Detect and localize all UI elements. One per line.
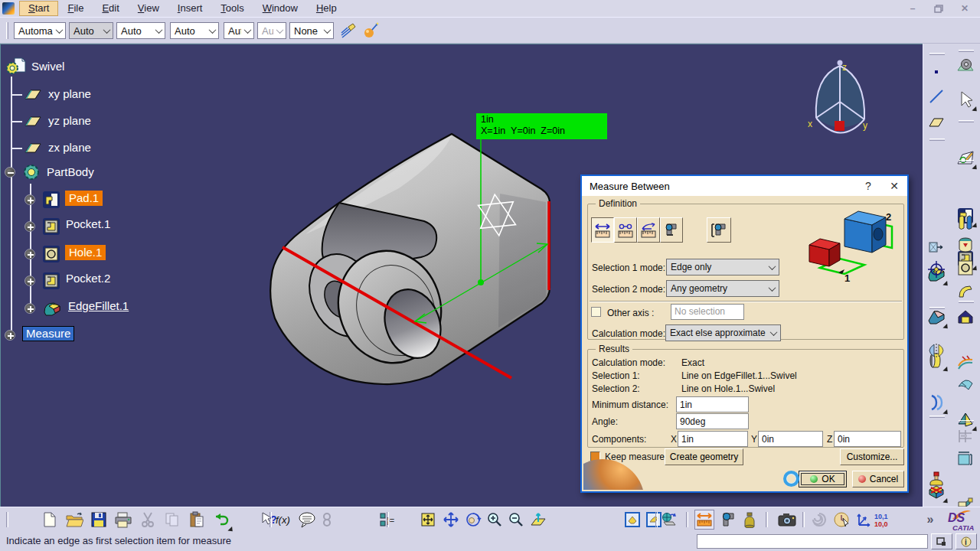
- link-icon[interactable]: [317, 510, 337, 530]
- filter-dropdown-5[interactable]: Aut: [224, 22, 254, 39]
- measure-inertia-icon[interactable]: [740, 510, 760, 530]
- boolean-icon[interactable]: [956, 307, 975, 327]
- tree-item-edgefillet1[interactable]: EdgeFillet.1: [68, 299, 129, 312]
- menu-window[interactable]: Window: [253, 1, 307, 16]
- formula-icon[interactable]: f(x): [274, 510, 294, 530]
- dimension-grid-icon[interactable]: [956, 426, 975, 446]
- expand-icon[interactable]: [24, 249, 35, 259]
- other-axis-field[interactable]: No selection: [671, 304, 744, 320]
- tree-item-pocket1[interactable]: Pocket.1: [66, 217, 110, 230]
- hide-show-icon[interactable]: [622, 510, 642, 530]
- tree-item-pocket2[interactable]: Pocket.2: [66, 272, 110, 285]
- expand-icon[interactable]: [5, 330, 15, 341]
- scaling-icon[interactable]: [926, 236, 946, 256]
- line-icon[interactable]: [926, 86, 946, 106]
- point-icon[interactable]: [926, 62, 946, 82]
- partbody-icon[interactable]: [21, 162, 41, 182]
- copy-icon[interactable]: [162, 510, 182, 530]
- selection2-mode-dropdown[interactable]: Any geometry: [666, 280, 779, 297]
- ok-button[interactable]: OK: [799, 471, 847, 487]
- measure-item-icon[interactable]: [718, 510, 738, 530]
- minimize-icon[interactable]: –: [902, 2, 923, 15]
- measure-between-chain-button[interactable]: [614, 217, 637, 243]
- graphic-properties-brush-icon[interactable]: [338, 21, 358, 41]
- multi-pad-icon[interactable]: [956, 212, 975, 232]
- menu-start[interactable]: Start: [19, 1, 58, 16]
- pan-icon[interactable]: [441, 510, 461, 530]
- swivel-part-icon[interactable]: [5, 56, 27, 77]
- save-icon[interactable]: [89, 510, 109, 530]
- dialog-titlebar[interactable]: Measure Between ? ✕: [582, 176, 907, 196]
- units-icon[interactable]: 10,110,0: [873, 510, 893, 530]
- plane-icon[interactable]: [23, 139, 43, 156]
- cancel-button[interactable]: Cancel: [852, 471, 904, 487]
- menu-insert[interactable]: Insert: [168, 1, 212, 16]
- dialog-close-button[interactable]: ✕: [883, 176, 906, 196]
- expand-icon[interactable]: [24, 276, 35, 286]
- tree-item-pad1[interactable]: Pad.1: [65, 191, 103, 206]
- painter-wand-icon[interactable]: [361, 21, 381, 41]
- toolbar-handle[interactable]: [929, 53, 945, 55]
- tree-item-hole1[interactable]: Hole.1: [65, 245, 106, 260]
- rib-icon[interactable]: [956, 281, 975, 301]
- other-axis-checkbox[interactable]: [591, 307, 601, 317]
- measure-thickness-button[interactable]: [707, 217, 731, 243]
- plane-icon[interactable]: [23, 86, 43, 103]
- comment-icon[interactable]: [297, 510, 317, 530]
- filter-dropdown-3[interactable]: Auto: [116, 22, 165, 39]
- measure-between-mode-button[interactable]: [591, 217, 614, 243]
- toolbar-handle[interactable]: [959, 301, 974, 303]
- filter-dropdown-1[interactable]: Automa: [14, 22, 66, 39]
- undo-icon[interactable]: [211, 510, 231, 530]
- chamfer-icon[interactable]: [926, 307, 946, 327]
- filter-dropdown-7[interactable]: None: [289, 22, 334, 39]
- select-cursor-icon[interactable]: [956, 90, 975, 109]
- axis-target-icon[interactable]: [926, 259, 946, 279]
- overflow-icon[interactable]: »: [923, 510, 938, 530]
- expand-icon[interactable]: [24, 194, 35, 205]
- toolbar-handle[interactable]: [959, 120, 974, 122]
- sew-surface-icon[interactable]: [956, 353, 975, 373]
- pad-icon[interactable]: [41, 190, 61, 210]
- zoom-in-icon[interactable]: [485, 510, 505, 530]
- stamp-icon[interactable]: [926, 469, 946, 489]
- tree-item-zx-plane[interactable]: zx plane: [48, 141, 91, 154]
- close-surface-icon[interactable]: [956, 373, 975, 393]
- hole-icon[interactable]: [956, 258, 975, 278]
- cut-icon[interactable]: [138, 510, 158, 530]
- toolbar-handle[interactable]: [959, 50, 974, 52]
- new-document-icon[interactable]: [40, 510, 60, 530]
- tree-item-partbody[interactable]: PartBody: [47, 165, 94, 178]
- pocket-icon[interactable]: [41, 217, 61, 236]
- mirror-icon[interactable]: [926, 341, 946, 360]
- edge-fillet-icon[interactable]: [41, 298, 63, 318]
- component-y-field[interactable]: [758, 431, 823, 447]
- axis-system-icon[interactable]: [854, 510, 874, 530]
- calculation-mode-dropdown[interactable]: Exact else approximate: [665, 324, 781, 341]
- create-geometry-button[interactable]: Create geometry: [665, 448, 743, 465]
- component-z-field[interactable]: [834, 431, 901, 447]
- rotate-globe-icon[interactable]: [660, 510, 680, 530]
- filter-dropdown-4[interactable]: Auto: [170, 22, 219, 39]
- toolbar-handle[interactable]: [929, 139, 945, 141]
- frame-dimension-icon[interactable]: [956, 449, 975, 469]
- tree-item-xy-plane[interactable]: xy plane: [48, 87, 91, 100]
- toolbar-handle[interactable]: [6, 22, 8, 39]
- filter-dropdown-2[interactable]: Auto: [69, 22, 113, 39]
- tree-item-swivel[interactable]: Swivel: [31, 60, 64, 73]
- print-icon[interactable]: [113, 510, 133, 530]
- zoom-out-icon[interactable]: [506, 510, 526, 530]
- part-swivel[interactable]: [270, 134, 550, 384]
- expand-panel-button[interactable]: [931, 533, 952, 549]
- collapse-icon[interactable]: [5, 167, 15, 178]
- measure-between-fan-button[interactable]: [637, 217, 660, 243]
- draft-icon[interactable]: [926, 393, 946, 412]
- angle-field[interactable]: [676, 413, 749, 429]
- restore-icon[interactable]: [928, 2, 949, 15]
- menu-file[interactable]: File: [58, 1, 93, 16]
- expand-icon[interactable]: [24, 303, 35, 314]
- rotate-icon[interactable]: [463, 510, 483, 530]
- toolbar-handle[interactable]: [959, 420, 974, 422]
- menu-view[interactable]: View: [129, 1, 168, 16]
- component-x-field[interactable]: [678, 431, 748, 447]
